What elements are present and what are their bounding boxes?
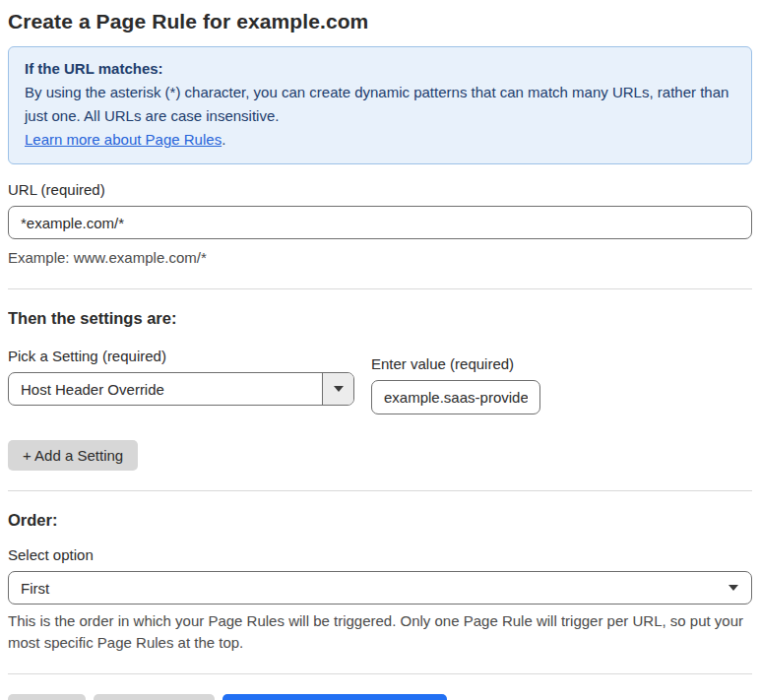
info-box-heading: If the URL matches:	[25, 57, 735, 81]
url-example-helper: Example: www.example.com/*	[8, 247, 752, 269]
divider	[8, 288, 752, 289]
url-match-info-box: If the URL matches: By using the asteris…	[8, 46, 752, 164]
order-select[interactable]: First	[8, 571, 752, 605]
setting-select-value: Host Header Override	[9, 381, 322, 398]
settings-section-heading: Then the settings are:	[8, 309, 752, 328]
order-field-group: Select option First This is the order in…	[8, 546, 752, 654]
setting-select[interactable]: Host Header Override	[8, 372, 354, 406]
link-period: .	[222, 131, 225, 148]
chevron-down-icon[interactable]	[322, 373, 353, 405]
pick-setting-label: Pick a Setting (required)	[8, 348, 354, 364]
order-select-label: Select option	[8, 546, 752, 563]
cancel-button[interactable]: Cancel	[8, 694, 86, 700]
settings-row: Pick a Setting (required) Host Header Ov…	[8, 348, 752, 414]
url-input[interactable]	[8, 206, 752, 239]
url-field-group: URL (required) Example: www.example.com/…	[8, 181, 752, 269]
info-box-body: By using the asterisk (*) character, you…	[25, 81, 735, 128]
setting-value-input[interactable]	[371, 380, 540, 414]
order-helper-text: This is the order in which your Page Rul…	[8, 610, 752, 654]
add-setting-button[interactable]: + Add a Setting	[8, 440, 138, 471]
enter-value-group: Enter value (required)	[371, 355, 540, 414]
form-actions: Cancel Save as Draft Save and Deploy Pag…	[8, 694, 752, 700]
learn-more-link[interactable]: Learn more about Page Rules	[25, 131, 222, 148]
order-section-heading: Order:	[8, 511, 752, 530]
create-page-rule-form: Create a Page Rule for example.com If th…	[8, 10, 752, 700]
divider	[8, 673, 752, 674]
divider	[8, 490, 752, 491]
chevron-down-icon	[728, 585, 738, 591]
pick-setting-group: Pick a Setting (required) Host Header Ov…	[8, 348, 354, 406]
order-select-value: First	[9, 580, 728, 597]
save-deploy-button[interactable]: Save and Deploy Page Rule	[222, 694, 447, 700]
page-title: Create a Page Rule for example.com	[8, 10, 752, 33]
save-draft-button[interactable]: Save as Draft	[94, 694, 215, 700]
enter-value-label: Enter value (required)	[371, 355, 540, 372]
url-label: URL (required)	[8, 181, 752, 198]
info-link-row: Learn more about Page Rules.	[25, 128, 735, 152]
